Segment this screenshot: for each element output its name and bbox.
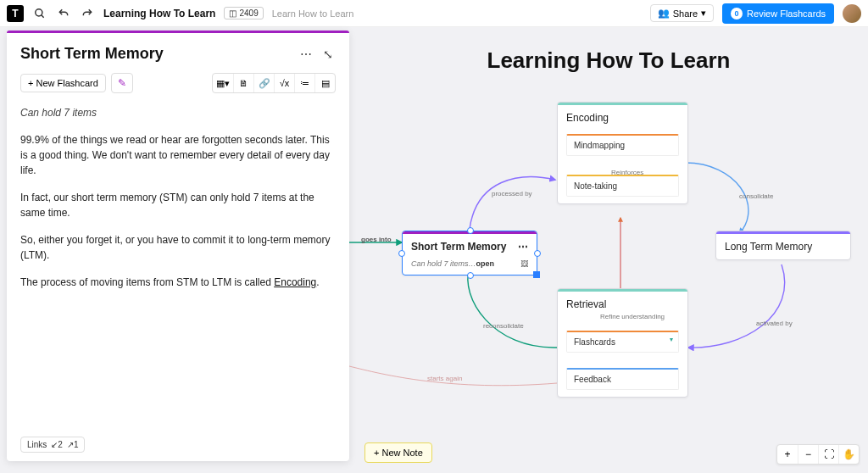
dropdown-icon[interactable]: ▾: [670, 336, 673, 343]
note-paragraph: The process of moving items from STM to …: [20, 275, 336, 290]
graph-canvas[interactable]: Learning How To Learn Encoding Mindmappi…: [349, 27, 868, 473]
node-long-term-memory[interactable]: Long Term Memory: [715, 231, 851, 260]
card-open-link[interactable]: open: [476, 259, 495, 268]
links-in-icon: ↙2: [51, 440, 63, 449]
edge-label-goes-into: goes into: [361, 236, 392, 243]
link-icon[interactable]: 🔗: [253, 74, 274, 92]
card-menu-icon[interactable]: ⋯: [518, 241, 528, 253]
note-panel: Short Term Memory ⋯ ⤡ + New Flashcard ✎ …: [7, 31, 349, 461]
resize-handle[interactable]: [533, 271, 540, 278]
resize-handle[interactable]: [467, 227, 474, 234]
node-retrieval[interactable]: Retrieval Refine understanding Flashcard…: [557, 288, 688, 398]
edge-label-reconsolidate: reconsolidate: [483, 322, 524, 330]
subnode-feedback[interactable]: Feedback: [566, 368, 679, 390]
card-title: Long Term Memory: [716, 234, 850, 259]
share-button[interactable]: 👥Share▾: [650, 4, 714, 22]
image-icon[interactable]: 🖼: [520, 259, 528, 268]
card-subtitle: Can hold 7 items…: [411, 259, 476, 268]
edge-label-reinforces: Reinforces: [611, 169, 643, 176]
editor-toolbar: ▦▾ 🗎 🔗 √x ≔ ▤: [212, 73, 336, 93]
svg-point-0: [36, 8, 42, 15]
card-subtitle: Refine understanding: [600, 313, 665, 320]
edge-label-processed-by: processed by: [492, 190, 532, 198]
panel-title[interactable]: Short Term Memory: [20, 45, 292, 63]
review-badge: 0: [731, 8, 743, 19]
node-encoding[interactable]: Encoding Mindmapping Reinforces Note-tak…: [557, 102, 688, 204]
subnode-notetaking[interactable]: Note-taking: [566, 175, 679, 197]
note-body[interactable]: Can hold 7 items 99.9% of the things we …: [7, 102, 349, 427]
edge-label-consolidate: consolidate: [739, 192, 773, 200]
formula-icon[interactable]: √x: [274, 74, 294, 92]
resize-handle[interactable]: [467, 272, 474, 279]
doc-title[interactable]: Learning How To Learn: [103, 8, 215, 19]
breadcrumb[interactable]: Learn How to Learn: [272, 8, 354, 19]
note-paragraph: 99.9% of the things we read or hear are …: [20, 132, 336, 178]
avatar[interactable]: [843, 4, 861, 23]
internal-link[interactable]: Encoding: [274, 276, 316, 288]
resize-handle[interactable]: [398, 250, 405, 257]
note-paragraph: In fact, our short term memory (STM) can…: [20, 190, 336, 220]
panel-menu-icon[interactable]: ⋯: [298, 47, 314, 62]
app-logo[interactable]: T: [7, 5, 24, 22]
subnode-flashcards[interactable]: Flashcards ▾: [566, 331, 679, 353]
zoom-controls: + − ⛶ ✋: [776, 444, 860, 465]
word-counter[interactable]: ◫2409: [224, 7, 263, 19]
topbar: T Learning How To Learn ◫2409 Learn How …: [0, 0, 868, 27]
list-icon[interactable]: ≔: [294, 74, 314, 92]
edge-label-activated-by: activated by: [756, 320, 793, 327]
links-out-icon: ↗1: [67, 440, 79, 449]
redo-icon[interactable]: [80, 6, 95, 21]
document-icon[interactable]: 🗎: [233, 74, 253, 92]
canvas-title: Learning How To Learn: [487, 47, 731, 74]
card-title: Encoding: [558, 105, 687, 131]
subnode-mindmapping[interactable]: Mindmapping: [566, 134, 679, 156]
svg-line-1: [42, 14, 44, 17]
new-flashcard-button[interactable]: + New Flashcard: [20, 74, 106, 92]
review-flashcards-button[interactable]: 0Review Flashcards: [722, 3, 834, 24]
collapse-icon[interactable]: ⤡: [320, 47, 336, 62]
add-block-icon[interactable]: ▦▾: [213, 74, 233, 92]
table-icon[interactable]: ▤: [314, 74, 335, 92]
undo-icon[interactable]: [56, 6, 71, 21]
links-pill[interactable]: Links ↙2 ↗1: [20, 437, 85, 453]
card-title: Short Term Memory: [411, 241, 506, 253]
zoom-in-icon[interactable]: +: [777, 445, 798, 464]
zoom-out-icon[interactable]: −: [798, 445, 818, 464]
search-icon[interactable]: [32, 6, 47, 21]
resize-handle[interactable]: [534, 250, 541, 257]
zoom-fit-icon[interactable]: ⛶: [818, 445, 838, 464]
pan-hand-icon[interactable]: ✋: [838, 445, 859, 464]
magic-wand-icon[interactable]: ✎: [111, 73, 133, 93]
note-subtitle: Can hold 7 items: [20, 105, 336, 120]
new-note-button[interactable]: + New Note: [364, 442, 432, 463]
node-short-term-memory[interactable]: Short Term Memory ⋯ Can hold 7 items… op…: [402, 231, 537, 275]
edge-label-starts-again: starts again: [427, 375, 462, 382]
note-paragraph: So, either you forget it, or you have to…: [20, 232, 336, 263]
